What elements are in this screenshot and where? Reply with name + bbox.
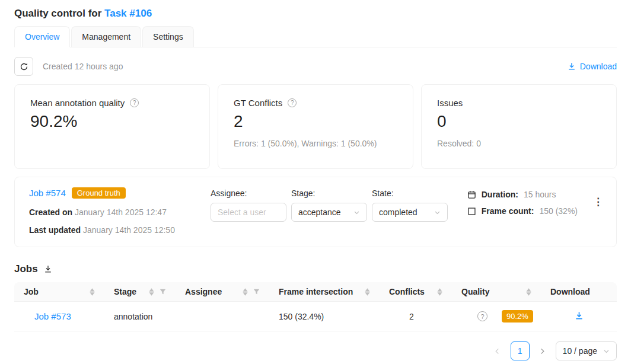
stage-label: Stage: <box>291 189 367 198</box>
last-updated-label: Last updated <box>29 225 81 235</box>
frame-icon <box>467 207 476 216</box>
stage-cell: annotation <box>104 302 176 331</box>
sort-icon[interactable] <box>365 288 370 296</box>
chevron-down-icon <box>603 348 610 355</box>
jobs-table: Job Stage <box>14 282 617 331</box>
created-on-value: January 14th 2025 12:47 <box>75 207 167 217</box>
help-circle-icon[interactable]: ? <box>288 98 297 107</box>
table-row: Job #573 annotation 150 (32.4%) 2 ? 90.2… <box>14 302 617 331</box>
gt-job-summary: Job #574 Ground truth Created on January… <box>29 187 188 237</box>
page-size-select[interactable]: 10 / page <box>556 341 617 360</box>
help-circle-icon[interactable]: ? <box>477 311 487 321</box>
row-download-icon[interactable] <box>575 311 584 320</box>
refresh-button[interactable] <box>14 57 33 76</box>
jobs-table-header-row: Job Stage <box>14 282 617 302</box>
created-on-label: Created on <box>29 207 72 217</box>
gt-conflicts-breakdown: Errors: 1 (50.0%), Warnings: 1 (50.0%) <box>234 139 397 148</box>
column-header-job[interactable]: Job <box>14 282 104 302</box>
sort-icon[interactable] <box>90 288 95 296</box>
column-label: Conflicts <box>389 287 425 296</box>
card-gt-conflicts: GT Conflicts ? 2 Errors: 1 (50.0%), Warn… <box>218 84 413 169</box>
column-header-assignee[interactable]: Assignee <box>176 282 269 302</box>
tab-overview[interactable]: Overview <box>14 26 70 47</box>
duration-value: 15 hours <box>524 190 556 199</box>
next-page-icon[interactable] <box>534 343 551 359</box>
column-header-frame-intersection[interactable]: Frame intersection <box>269 282 380 302</box>
page-title: Quality control for Task #106 <box>14 0 617 20</box>
column-header-conflicts[interactable]: Conflicts <box>380 282 452 302</box>
duration-label: Duration: <box>482 190 518 199</box>
chevron-down-icon <box>434 209 441 216</box>
conflicts-count: 2 <box>409 312 414 321</box>
more-menu-icon[interactable]: ⋮ <box>592 194 604 209</box>
prev-page-icon[interactable] <box>489 343 506 359</box>
ground-truth-badge: Ground truth <box>72 187 126 199</box>
sort-icon[interactable] <box>149 288 154 296</box>
tab-settings[interactable]: Settings <box>142 26 194 47</box>
issues-value: 0 <box>437 112 601 131</box>
pagination: 1 10 / page <box>14 341 617 360</box>
jobs-download-icon[interactable] <box>44 265 52 273</box>
filter-icon[interactable] <box>253 289 260 295</box>
column-label: Stage <box>114 287 136 296</box>
card-issues: Issues 0 Resolved: 0 <box>421 84 617 169</box>
column-label: Assignee <box>185 287 222 296</box>
column-label: Download <box>550 287 590 296</box>
help-circle-icon[interactable]: ? <box>130 98 139 107</box>
assignee-cell <box>176 302 269 331</box>
gt-job-controls: Assignee: Stage: acceptance State: compl… <box>211 189 448 222</box>
card-title-label: Mean annotation quality <box>30 98 125 108</box>
state-label: State: <box>372 189 448 198</box>
chevron-down-icon <box>353 209 360 216</box>
jobs-heading: Jobs <box>14 263 38 275</box>
gt-job-stats: Duration: 15 hours Frame count: 150 (32%… <box>467 187 604 216</box>
tab-management[interactable]: Management <box>71 26 141 47</box>
calendar-icon <box>467 190 476 199</box>
frame-intersection-cell: 150 (32.4%) <box>269 302 380 331</box>
assignee-label: Assignee: <box>211 189 286 198</box>
column-header-download: Download <box>541 282 617 302</box>
assignee-select[interactable] <box>211 203 286 222</box>
mean-quality-value: 90.2% <box>30 112 194 131</box>
column-header-stage[interactable]: Stage <box>104 282 176 302</box>
task-link[interactable]: Task #106 <box>104 8 152 19</box>
stage-select[interactable]: acceptance <box>291 203 367 222</box>
quality-badge: 90.2% <box>502 310 533 323</box>
sort-icon[interactable] <box>437 288 442 296</box>
quality-control-page: Quality control for Task #106 Overview M… <box>0 0 631 360</box>
job-link[interactable]: Job #573 <box>34 311 71 321</box>
report-created-text: Created 12 hours ago <box>43 62 123 71</box>
download-icon <box>568 62 576 71</box>
page-number-button[interactable]: 1 <box>511 341 530 360</box>
report-toolbar: Created 12 hours ago Download <box>14 57 617 76</box>
assignee-input[interactable] <box>218 207 279 217</box>
page-title-text: Quality control for <box>14 8 101 19</box>
issues-resolved-text: Resolved: 0 <box>437 139 601 148</box>
state-value: completed <box>379 207 418 217</box>
state-select[interactable]: completed <box>372 203 448 222</box>
download-link-label: Download <box>580 62 617 71</box>
card-title-label: GT Conflicts <box>234 98 282 108</box>
gt-conflicts-value: 2 <box>234 112 397 131</box>
summary-cards: Mean annotation quality ? 90.2% GT Confl… <box>14 84 617 169</box>
ground-truth-job-card: Job #574 Ground truth Created on January… <box>14 177 617 247</box>
last-updated-value: January 14th 2025 12:50 <box>83 225 175 235</box>
gt-job-link[interactable]: Job #574 <box>29 188 66 198</box>
sort-icon[interactable] <box>526 288 531 296</box>
tab-bar: Overview Management Settings <box>14 26 617 47</box>
column-label: Quality <box>461 287 489 296</box>
column-label: Frame intersection <box>279 287 353 296</box>
frame-count-label: Frame count: <box>482 206 534 216</box>
card-title-label: Issues <box>437 98 463 108</box>
column-label: Job <box>24 287 39 296</box>
download-report-link[interactable]: Download <box>568 62 617 71</box>
filter-icon[interactable] <box>160 289 166 295</box>
stage-value: acceptance <box>298 207 341 217</box>
page-size-value: 10 / page <box>563 346 597 356</box>
reload-icon <box>20 62 28 71</box>
jobs-section-header: Jobs <box>14 263 617 275</box>
card-mean-annotation-quality: Mean annotation quality ? 90.2% <box>14 84 210 169</box>
sort-icon[interactable] <box>243 288 248 296</box>
column-header-quality[interactable]: Quality <box>452 282 541 302</box>
frame-count-value: 150 (32%) <box>539 206 578 216</box>
